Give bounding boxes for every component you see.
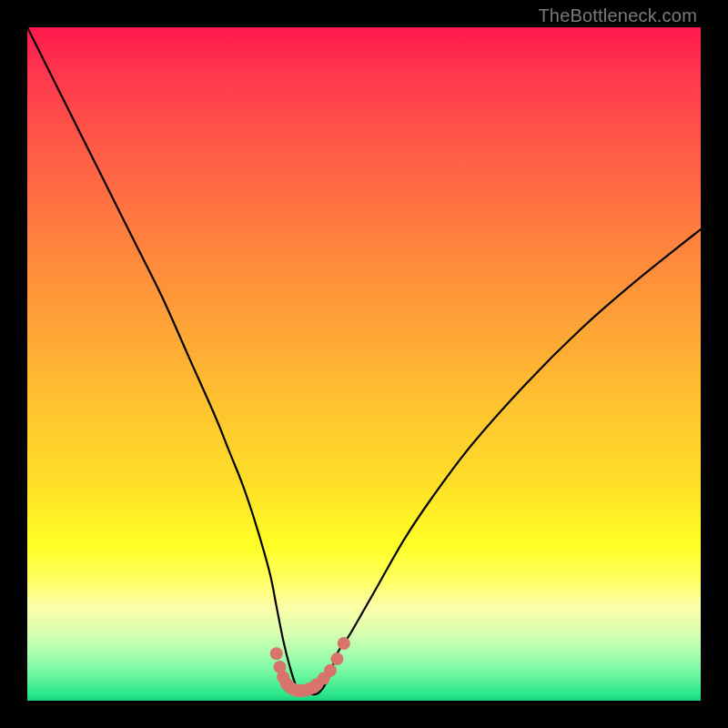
floor-marker-group [270, 637, 350, 697]
bottleneck-curve [27, 27, 701, 694]
floor-marker [324, 664, 337, 677]
chart-frame: TheBottleneck.com [0, 0, 728, 728]
floor-marker [270, 647, 283, 660]
chart-svg [27, 27, 701, 701]
floor-marker [330, 652, 343, 665]
watermark-text: TheBottleneck.com [538, 5, 697, 26]
plot-area [27, 27, 701, 701]
floor-marker [338, 637, 350, 650]
